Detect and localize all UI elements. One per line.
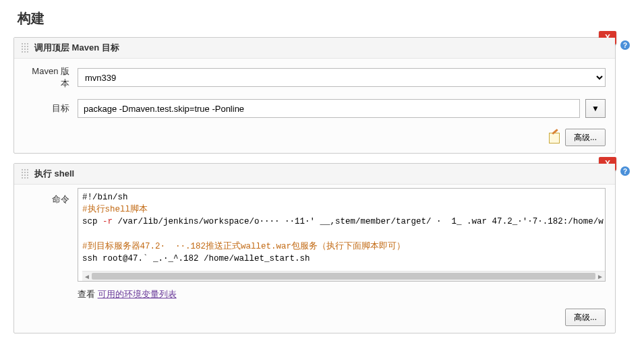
expand-goals-button[interactable]: ▼	[585, 99, 606, 118]
build-section-title: 构建	[18, 9, 631, 28]
maven-version-select[interactable]: mvn339	[78, 68, 606, 87]
drag-handle-icon[interactable]	[21, 168, 29, 179]
horizontal-scrollbar[interactable]: ◄ ►	[82, 271, 605, 281]
envvar-hint: 查看 可用的环境变量列表	[78, 288, 606, 300]
shell-line: scp -r /var/lib/jenkins/workspace/o···· …	[82, 217, 605, 226]
shell-command-label: 命令	[24, 191, 78, 205]
shell-step-title: 执行 shell	[34, 168, 74, 180]
scrollbar-thumb[interactable]	[92, 273, 595, 280]
scroll-right-icon[interactable]: ►	[596, 273, 604, 280]
shell-line: ssh root@47.` _.·_^.182 /home/wallet_sta…	[82, 254, 310, 263]
notepad-icon	[548, 131, 560, 143]
shell-line: #!/bin/sh	[82, 193, 128, 202]
maven-version-label: Maven 版本	[24, 65, 78, 90]
scroll-left-icon[interactable]: ◄	[83, 273, 91, 280]
shell-build-step: X ? 执行 shell 命令 #!/bin/sh #执行shell脚本 scp…	[13, 163, 616, 333]
envvar-link[interactable]: 可用的环境变量列表	[98, 289, 177, 299]
shell-step-header: 执行 shell	[14, 164, 615, 185]
shell-advanced-button[interactable]: 高级...	[565, 309, 606, 326]
maven-step-header: 调用顶层 Maven 目标	[14, 38, 615, 59]
maven-build-step: X ? 调用顶层 Maven 目标 Maven 版本 mvn339 目标	[13, 37, 616, 154]
maven-step-title: 调用顶层 Maven 目标	[34, 42, 119, 54]
help-icon[interactable]: ?	[620, 166, 630, 176]
maven-goals-input[interactable]	[78, 99, 580, 118]
maven-advanced-button[interactable]: 高级...	[565, 129, 606, 146]
shell-command-textarea[interactable]: #!/bin/sh #执行shell脚本 scp -r /var/lib/jen…	[78, 188, 606, 282]
shell-line: #执行shell脚本	[82, 205, 148, 214]
drag-handle-icon[interactable]	[21, 42, 29, 53]
shell-line: #到目标服务器47.2· ··.182推送正式wallet.war包服务（执行下…	[82, 242, 405, 251]
help-icon[interactable]: ?	[620, 40, 630, 50]
maven-goals-label: 目标	[24, 102, 78, 115]
